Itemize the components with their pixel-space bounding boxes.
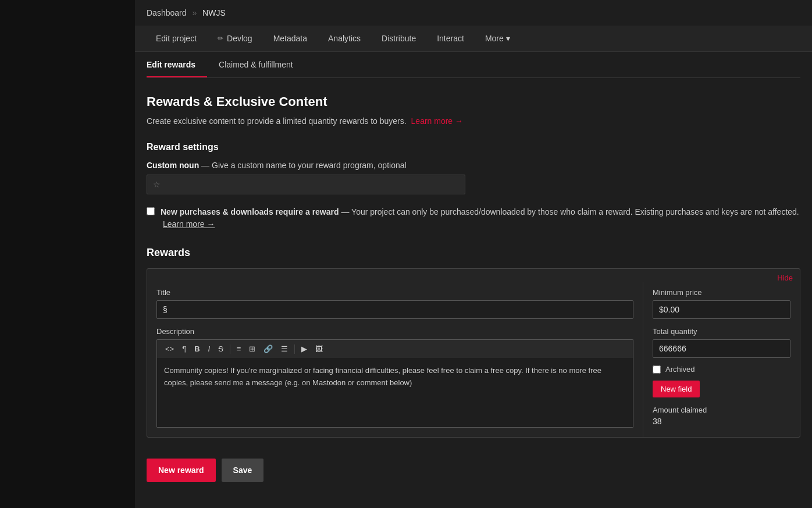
nav-tabs: Edit project ✏ Devlog Metadata Analytics… — [135, 26, 812, 52]
toolbar-bold-btn[interactable]: B — [191, 343, 203, 355]
toolbar-link-btn[interactable]: 🔗 — [260, 343, 276, 355]
new-reward-button[interactable]: New reward — [147, 459, 216, 482]
minimum-price-input[interactable] — [653, 300, 790, 319]
reward-card: Hide Title Description <> ¶ B I S — [147, 268, 800, 438]
custom-noun-input[interactable] — [147, 175, 465, 194]
tab-analytics[interactable]: Analytics — [319, 26, 370, 51]
sub-tab-claimed[interactable]: Claimed & fulfillment — [219, 52, 305, 77]
toolbar-code-btn[interactable]: <> — [162, 343, 177, 355]
minimum-price-label: Minimum price — [653, 288, 790, 297]
sub-tabs: Edit rewards Claimed & fulfillment — [147, 52, 800, 78]
sub-tab-edit-rewards[interactable]: Edit rewards — [147, 52, 207, 77]
total-quantity-input[interactable] — [653, 339, 790, 358]
reward-settings-title: Reward settings — [147, 142, 800, 152]
toolbar-strikethrough-btn[interactable]: S — [215, 343, 227, 355]
tab-metadata[interactable]: Metadata — [264, 26, 316, 51]
custom-noun-label: Custom noun — Give a custom name to your… — [147, 161, 800, 170]
new-field-button[interactable]: New field — [653, 381, 700, 397]
toolbar-paragraph-btn[interactable]: ¶ — [179, 343, 190, 355]
toolbar-media-btn[interactable]: ▶ — [298, 343, 311, 355]
amount-claimed-value: 38 — [653, 417, 790, 426]
tab-interact[interactable]: Interact — [428, 26, 473, 51]
breadcrumb: Dashboard » NWJS — [135, 0, 812, 26]
reward-right-column: Minimum price Total quantity Archived Ne… — [643, 282, 800, 437]
breadcrumb-sep: » — [192, 8, 197, 17]
chevron-down-icon: ▾ — [506, 34, 510, 43]
archived-row: Archived — [653, 365, 790, 374]
tab-devlog[interactable]: ✏ Devlog — [208, 26, 262, 51]
reward-title-input[interactable] — [156, 300, 633, 319]
require-reward-row: New purchases & downloads require a rewa… — [147, 206, 800, 230]
archived-label: Archived — [665, 365, 695, 374]
amount-claimed-label: Amount claimed — [653, 406, 790, 414]
breadcrumb-parent[interactable]: Dashboard — [147, 8, 187, 17]
toolbar-separator-1 — [230, 344, 230, 354]
require-reward-learn-more[interactable]: Learn more → — [163, 219, 215, 229]
require-reward-checkbox[interactable] — [147, 207, 155, 215]
learn-more-link[interactable]: Learn more → — [411, 116, 463, 126]
toolbar-image-btn[interactable]: 🖼 — [312, 343, 326, 355]
description-field-label: Description — [156, 327, 633, 336]
toolbar-align-btn[interactable]: ☰ — [277, 343, 291, 355]
edit-icon: ✏ — [218, 34, 223, 42]
reward-description-editor[interactable]: Community copies! If you're marginalized… — [156, 358, 633, 428]
editor-toolbar: <> ¶ B I S ≡ ⊞ 🔗 ☰ ▶ 🖼 — [156, 339, 633, 358]
toolbar-italic-btn[interactable]: I — [205, 343, 214, 355]
page-description: Create exclusive content to provide a li… — [147, 116, 800, 126]
tab-distribute[interactable]: Distribute — [372, 26, 425, 51]
reward-card-header: Hide — [147, 269, 800, 282]
tab-edit-project[interactable]: Edit project — [147, 26, 206, 51]
breadcrumb-current: NWJS — [202, 8, 226, 17]
toolbar-separator-2 — [294, 344, 295, 354]
archived-checkbox[interactable] — [653, 365, 661, 374]
bottom-actions: New reward Save — [147, 447, 800, 482]
rewards-section-title: Rewards — [147, 247, 800, 259]
toolbar-table-btn[interactable]: ⊞ — [245, 343, 259, 355]
total-quantity-label: Total quantity — [653, 327, 790, 336]
title-field-label: Title — [156, 288, 633, 297]
toolbar-bullet-list-btn[interactable]: ≡ — [233, 343, 245, 355]
save-button[interactable]: Save — [222, 459, 264, 482]
page-title: Rewards & Exclusive Content — [147, 94, 800, 109]
reward-left-column: Title Description <> ¶ B I S ≡ ⊞ � — [147, 282, 643, 437]
hide-reward-link[interactable]: Hide — [777, 273, 793, 282]
reward-card-body: Title Description <> ¶ B I S ≡ ⊞ � — [147, 282, 800, 437]
tab-more[interactable]: More ▾ — [476, 26, 519, 51]
